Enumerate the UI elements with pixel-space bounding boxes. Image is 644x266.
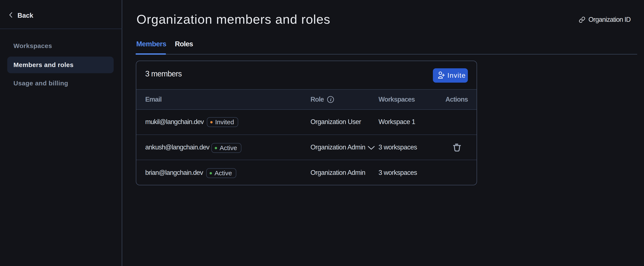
svg-text:i: i: [330, 97, 332, 102]
